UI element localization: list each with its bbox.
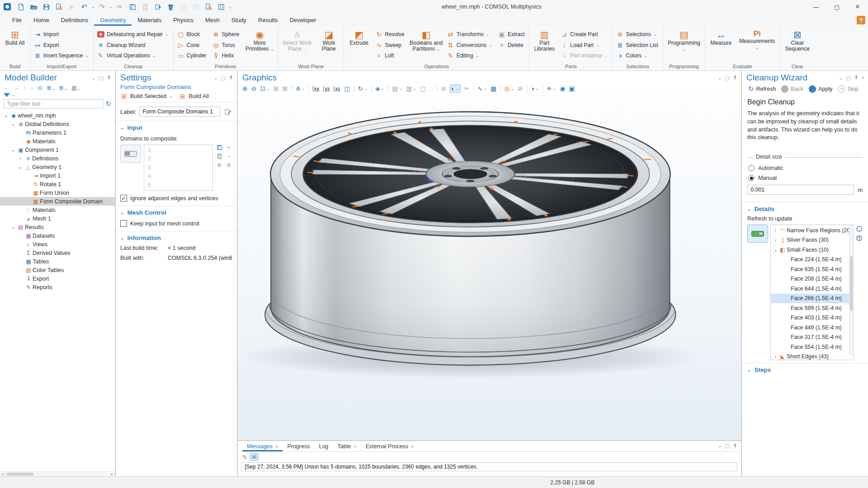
apply-button[interactable]: →Apply	[807, 85, 834, 93]
rotate-view-icon[interactable]: ↻⌄	[358, 85, 368, 92]
category-short-edges[interactable]: ›◣Short Edges (43)	[771, 352, 853, 361]
domains-list[interactable]: 1 2 3 4 5	[144, 145, 213, 191]
color-theme-icon[interactable]: ◑⌄	[531, 85, 539, 92]
selection-list-button[interactable]: ≣Selection List	[615, 42, 660, 49]
tab-materials[interactable]: Materials	[132, 15, 167, 26]
extrude-button[interactable]: ◩ Extrude	[345, 27, 373, 63]
information-section-header[interactable]: ⌄ Information	[120, 235, 232, 241]
tree-item-definitions[interactable]: ›≡Definitions	[0, 154, 115, 163]
helix-button[interactable]: §Helix	[211, 52, 242, 59]
show-options-icon[interactable]: ⊙	[38, 84, 42, 91]
tree-item-geometry[interactable]: ⌄△Geometry 1	[0, 163, 115, 171]
measurements-button[interactable]: Pi Measurements ⌄	[736, 27, 778, 63]
face-item-selected[interactable]: Face 266 (1.5E-4 m)	[771, 294, 853, 304]
tree-item-import[interactable]: ⇥Import 1	[0, 171, 115, 180]
panel-menu-icon[interactable]: ⌄	[717, 443, 722, 449]
face-item[interactable]: Face 644 (1.5E-4 m)	[771, 284, 853, 294]
category-sliver-faces[interactable]: ›▯Sliver Faces (30)	[771, 235, 853, 245]
face-item[interactable]: Face 554 (1.5E-4 m)	[771, 342, 853, 352]
zoom-in-icon[interactable]: ⊕	[242, 85, 248, 92]
close-tab-icon[interactable]: ×	[275, 444, 278, 449]
tab-mesh[interactable]: Mesh	[199, 15, 226, 26]
filter-refresh-icon[interactable]: ↻	[105, 100, 111, 108]
transforms-button[interactable]: ⇄Transforms⌄	[446, 31, 495, 38]
clear-selection-icon[interactable]: ⊘	[225, 162, 232, 168]
tab-study[interactable]: Study	[226, 15, 252, 26]
tab-physics[interactable]: Physics	[167, 15, 199, 26]
tab-log[interactable]: Log	[314, 441, 333, 451]
mail-notification-icon[interactable]: ✉	[250, 453, 259, 461]
more-primitives-button[interactable]: ◉ More Primitives ⌄	[243, 27, 276, 63]
scene-light-icon[interactable]: ◈⌄	[375, 85, 384, 92]
paste-selection-icon[interactable]	[216, 153, 223, 160]
work-plane-button[interactable]: ◪ Work Plane	[315, 27, 342, 63]
copy-icon[interactable]	[127, 2, 138, 12]
tree-item-mesh[interactable]: ▲Mesh 1	[0, 214, 115, 223]
zoom-out-icon[interactable]: ⊖	[251, 85, 257, 92]
tree-item-rotate[interactable]: ↻Rotate 1	[0, 180, 115, 188]
loft-button[interactable]: ≈Loft	[374, 52, 406, 59]
panel-menu-icon[interactable]: ⌄	[91, 75, 95, 81]
label-input[interactable]	[139, 107, 220, 117]
tree-item-form-union[interactable]: ▦Form Union	[0, 188, 115, 197]
environment-icon[interactable]: ◎⌄	[504, 85, 514, 92]
details-vscrollbar[interactable]	[849, 225, 853, 355]
input-section-header[interactable]: ⌄ Input	[120, 124, 232, 131]
tab-definitions[interactable]: Definitions	[55, 15, 94, 26]
show-in-geometry-icon[interactable]	[856, 235, 863, 242]
view-xz-icon[interactable]: xz	[334, 86, 340, 92]
edit-label-icon[interactable]	[223, 107, 232, 116]
view-xy-icon[interactable]: xy	[313, 86, 320, 92]
manual-radio[interactable]: Manual	[747, 173, 863, 183]
block-button[interactable]: ▢Block	[176, 31, 209, 38]
build-all-small-button[interactable]: Build All	[189, 93, 208, 99]
mesh-control-section-header[interactable]: ⌄ Mesh Control	[120, 209, 232, 216]
view-yz-icon[interactable]: yz	[323, 86, 330, 92]
minimize-button[interactable]: —	[806, 0, 826, 14]
torus-button[interactable]: ◎Torus	[211, 42, 242, 49]
expand-all-icon[interactable]: ≣⌄	[59, 84, 67, 91]
undo-caret-icon[interactable]: ⌄	[91, 5, 95, 9]
ignore-adjacent-checkbox[interactable]: ✓Ignore adjacent edges and vertices	[120, 191, 232, 202]
close-tab-icon[interactable]: ×	[354, 444, 356, 449]
graphics-canvas[interactable]: ❒	[238, 94, 741, 440]
tree-item-materials-component[interactable]: ∷Materials	[0, 206, 115, 214]
float-panel-icon[interactable]: ▢	[846, 75, 850, 81]
plot-settings-icon[interactable]: ∿⌄	[477, 85, 487, 92]
export-button[interactable]: ↦Export	[33, 42, 91, 49]
pin-icon[interactable]	[733, 75, 737, 80]
measure-button[interactable]: ↔ Measure	[707, 27, 736, 63]
delete-icon[interactable]	[165, 2, 176, 12]
hide-objects-icon[interactable]: ⊘	[441, 85, 446, 92]
activate-selection-icon[interactable]: ⊚	[216, 162, 223, 168]
filter-input[interactable]	[4, 99, 103, 108]
tree-item-datasets[interactable]: ▦Datasets	[0, 231, 115, 240]
close-tab-icon[interactable]: ×	[411, 444, 414, 449]
details-selection-toggle[interactable]	[747, 225, 768, 243]
new-file-icon[interactable]	[15, 2, 26, 12]
tab-geometry[interactable]: Geometry	[94, 15, 132, 26]
clear-messages-icon[interactable]: ✎	[242, 454, 248, 461]
tree-item-materials-global[interactable]: ◉Materials	[0, 137, 115, 145]
sphere-button[interactable]: ⊕Sphere	[211, 31, 242, 38]
projection-icon[interactable]: ◫	[344, 85, 350, 92]
details-section-header[interactable]: ⌄ Details	[747, 206, 863, 212]
editing-button[interactable]: ✎Editing⌄	[446, 52, 495, 59]
tab-progress[interactable]: Progress	[283, 441, 314, 451]
tab-results[interactable]: Results	[252, 15, 283, 26]
float-panel-icon[interactable]: ▢	[725, 75, 730, 81]
face-item[interactable]: Face 635 (1.5E-4 m)	[771, 264, 853, 274]
show-material-color-icon[interactable]: ◐⌄	[450, 84, 461, 93]
save-as-icon[interactable]	[53, 2, 64, 12]
cone-button[interactable]: ▷Cone	[176, 42, 209, 49]
float-panel-icon[interactable]: ▢	[725, 443, 730, 449]
model-tree-hscrollbar[interactable]: ◂ ▸	[0, 471, 115, 476]
pin-icon[interactable]	[733, 443, 737, 449]
import-button[interactable]: ⇥Import	[33, 31, 91, 38]
panel-menu-icon[interactable]: ⌄	[717, 75, 722, 81]
face-item[interactable]: Face 403 (1.5E-4 m)	[771, 313, 853, 323]
filter-icon[interactable]	[4, 93, 10, 97]
zoom-box-icon[interactable]: ⊡⌄	[260, 85, 269, 92]
insert-sequence-button[interactable]: ≣Insert Sequence⌄	[33, 52, 91, 59]
pin-icon[interactable]	[107, 75, 111, 80]
